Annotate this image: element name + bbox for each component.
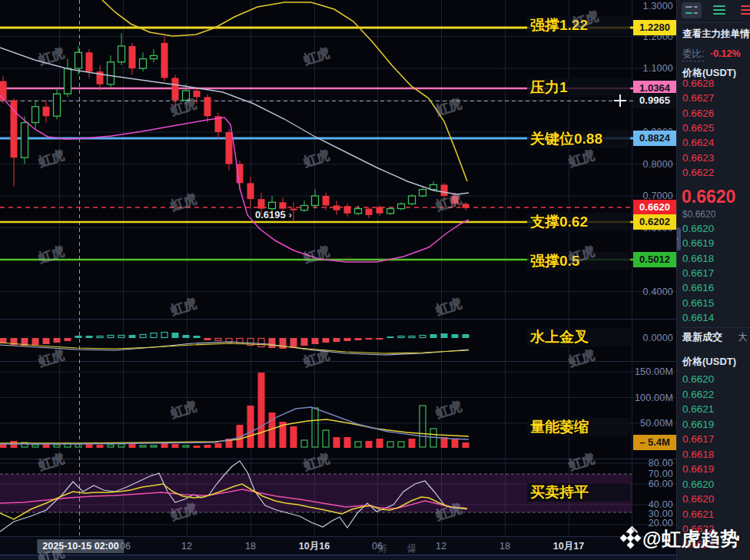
annotation-text: 量能萎缩 [527, 417, 589, 437]
ask-row[interactable]: 0.6622 [682, 167, 714, 179]
time-tick-label[interactable]: 18 [499, 539, 510, 553]
sidebar-collapse-handle[interactable]: ▶ [676, 227, 681, 250]
orderbook-view-sell-icon[interactable] [737, 2, 750, 18]
price-column-header: 价格(USDT) [682, 66, 736, 80]
orderbook-view-buy-icon[interactable] [709, 2, 729, 18]
price-axis-label: 0.4000 [643, 287, 673, 297]
bid-row[interactable]: 0.6618 [682, 253, 714, 265]
trade-row[interactable]: 0.6620 [682, 493, 714, 505]
footer-mark: 筹 [378, 542, 387, 555]
divider [680, 327, 750, 328]
bid-row[interactable]: 0.6615 [682, 297, 714, 310]
note-arrow-icon: › [286, 210, 292, 220]
ask-row[interactable]: 0.6626 [682, 108, 714, 120]
annotation-text: 关键位0.88 [527, 129, 602, 149]
annotation-text: 支撑0.62 [527, 212, 588, 232]
divider [680, 22, 750, 23]
bid-row[interactable]: 0.6616 [682, 282, 714, 294]
crosshair-time-label[interactable]: 2025-10-15 02:00 [37, 539, 124, 553]
volume-axis-label: 100.00M [635, 393, 673, 403]
annotation-强撑0.5: 强撑0.5 [527, 252, 630, 270]
annotation-水上金叉: 水上金叉 [527, 328, 630, 346]
truncated-tab-label[interactable]: 大 [738, 331, 750, 344]
trades-price-header: 价格(USDT) [682, 355, 736, 369]
ask-row[interactable]: 0.6624 [682, 137, 714, 149]
annotation-text: 水上金叉 [527, 327, 589, 347]
channel-handle: @虹虎趋势 [642, 526, 740, 552]
time-tick-label[interactable]: 12 [181, 539, 192, 553]
annotation-text: 压力1 [527, 78, 568, 98]
diamond-logo-icon [619, 527, 642, 550]
bid-row[interactable]: 0.6620 [682, 223, 714, 235]
trade-row[interactable]: 0.6620 [682, 479, 714, 491]
trade-row[interactable]: 0.6618 [682, 449, 714, 461]
low-price-note: 0.6195› [255, 209, 292, 220]
trading-app: 1.30001.20001.10000.90000.80000.70000.60… [0, 0, 750, 560]
ask-row[interactable]: 0.6623 [682, 152, 714, 164]
trade-row[interactable]: 0.6622 [682, 389, 714, 401]
view-main-orders-link[interactable]: 查看主力挂单情 [682, 28, 750, 41]
bid-row[interactable]: 0.6619 [682, 237, 714, 250]
trade-row[interactable]: 0.6620 [682, 373, 714, 386]
annotation-关键位0.88: 关键位0.88 [527, 130, 630, 148]
last-price[interactable]: 0.6620 [682, 187, 735, 207]
chart-area[interactable]: 1.30001.20001.10000.90000.80000.70000.60… [0, 0, 676, 560]
ask-row[interactable]: 0.6628 [682, 80, 714, 90]
annotation-强撑1.22: 强撑1.22 [527, 16, 630, 35]
annotation-text: 强撑1.22 [527, 15, 588, 35]
trade-row[interactable]: 0.6621 [682, 509, 714, 521]
price-tag-support-062: 0.6202 [633, 214, 676, 230]
kdj-axis-label: 80.00 [649, 458, 673, 469]
ratio-label: 委比: [682, 48, 704, 61]
time-tick-label[interactable]: 10月17 [553, 539, 584, 553]
time-tick-label[interactable]: 12 [436, 539, 446, 553]
crosshair-price-tag: 0.9965 [633, 93, 676, 108]
bid-row[interactable]: 0.6614 [682, 312, 714, 324]
time-tick-label[interactable]: 18 [245, 539, 256, 553]
bottom-strip [0, 555, 676, 560]
price-tag-support-strong-05: 0.5012 [633, 252, 676, 267]
last-price-usd: $0.6620 [682, 209, 715, 220]
trade-row[interactable]: 0.6621 [682, 403, 714, 416]
ask-row[interactable]: 0.6625 [682, 122, 714, 134]
orderbook-sidebar: 查看主力挂单情 委比: -0.12% 价格(USDT) 0.66280.6627… [676, 0, 750, 560]
annotation-支撑0.62: 支撑0.62 [527, 213, 630, 231]
bids-list: 0.66200.66190.66180.66170.66160.66150.66… [677, 221, 750, 326]
crosshair-plus-icon [614, 94, 626, 107]
price-axis-label: 1.3000 [643, 1, 673, 12]
trade-row[interactable]: 0.6619 [682, 463, 714, 476]
annotation-买卖持平: 买卖持平 [527, 483, 630, 502]
footer-mark: 爆 [407, 542, 416, 555]
volume-axis-label: 50.00M [640, 418, 673, 429]
kdj-axis-label: 60.00 [649, 479, 673, 489]
ratio-value: -0.12% [710, 48, 741, 59]
recent-trades-header: 最新成交 [682, 330, 722, 344]
kdj-axis-label: 70.00 [649, 469, 673, 479]
annotation-text: 买卖持平 [527, 482, 589, 502]
price-tag-resistance-strong-122: 1.2280 [633, 20, 676, 35]
volume-value-tag: – 5.4M [633, 435, 676, 450]
commission-ratio: 委比: -0.12% [682, 48, 741, 61]
macd-axis-label: 0.0000 [643, 333, 673, 343]
trade-row[interactable]: 0.6619 [682, 419, 714, 431]
time-tick-label[interactable]: 06 [120, 539, 131, 553]
price-tag-key-level-088: 0.8824 [633, 131, 676, 146]
time-tick-label[interactable]: 10月16 [299, 539, 330, 553]
asks-list: 0.66280.66270.66260.66250.66240.66230.66… [677, 80, 750, 180]
annotation-量能萎缩: 量能萎缩 [527, 418, 630, 436]
bid-row[interactable]: 0.6617 [682, 267, 714, 280]
ask-row[interactable]: 0.6627 [682, 92, 714, 104]
annotation-text: 强撑0.5 [527, 251, 579, 271]
trade-row[interactable]: 0.6617 [682, 433, 714, 446]
orderbook-view-both-icon[interactable] [682, 2, 702, 18]
price-tag-current-price: 0.6620 [633, 200, 676, 215]
price-axis-label: 1.1000 [643, 63, 673, 74]
time-axis[interactable]: 2025-10-15 02:0006121810月1606121810月17 [0, 536, 676, 555]
volume-axis-label: 150.00M [635, 366, 673, 377]
channel-logo: @虹虎趋势 [619, 525, 750, 552]
price-axis-label: 0.8000 [643, 159, 673, 170]
